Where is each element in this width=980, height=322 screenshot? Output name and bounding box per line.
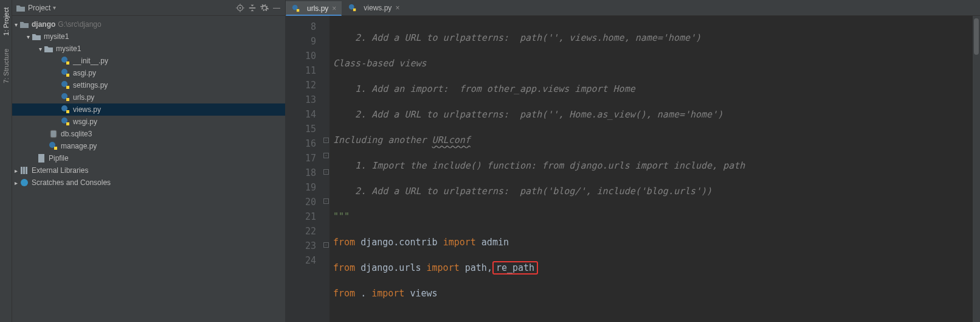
scratches-icon — [19, 178, 29, 187]
code-text: Including another — [333, 135, 432, 145]
vertical-scrollbar[interactable] — [973, 16, 980, 322]
line-number[interactable]: 18 — [286, 166, 316, 180]
python-file-icon — [61, 117, 71, 127]
tool-structure[interactable]: 7: Structure — [2, 49, 10, 83]
line-number[interactable]: 21 — [286, 209, 316, 224]
tree-project-root[interactable]: ▾ django G:\src\django — [12, 18, 285, 30]
tree-file-db[interactable]: db.sqlite3 — [12, 128, 285, 140]
tree-label: settings.py — [73, 81, 108, 89]
tree-label: External Libraries — [32, 166, 88, 175]
folder-icon — [44, 44, 53, 53]
line-number[interactable]: 22 — [286, 224, 316, 239]
tab-urls[interactable]: urls.py × — [286, 1, 342, 16]
line-number[interactable]: 11 — [286, 63, 316, 78]
python-file-icon — [61, 93, 71, 102]
tree-scratches[interactable]: ▸ Scratches and Consoles — [12, 177, 285, 189]
code-text: 1. Add an import: from other_app.views i… — [333, 83, 635, 94]
folder-icon — [19, 20, 29, 29]
scrollbar-thumb[interactable] — [974, 18, 979, 55]
fold-marker[interactable]: - — [323, 169, 329, 175]
code-text: views — [410, 288, 437, 299]
tree-label: manage.py — [61, 142, 97, 150]
close-icon[interactable]: × — [395, 4, 399, 12]
library-icon — [19, 166, 29, 175]
python-file-icon — [61, 56, 71, 66]
tree-label: mysite1 — [56, 44, 81, 53]
tree-file-wsgi[interactable]: wsgi.py — [12, 116, 285, 128]
svg-point-1 — [240, 7, 241, 9]
tree-file-views[interactable]: views.py — [12, 103, 285, 116]
svg-rect-13 — [26, 167, 27, 174]
database-file-icon — [49, 129, 58, 139]
tree-file-asgi[interactable]: asgi.py — [12, 67, 285, 79]
project-header-title[interactable]: Project — [28, 4, 50, 12]
code-text: , — [487, 262, 492, 273]
tree-file-manage[interactable]: manage.py — [12, 140, 285, 152]
code-editor[interactable]: 2. Add a URL to urlpatterns: path('', vi… — [330, 16, 980, 322]
fold-marker[interactable]: - — [323, 138, 329, 143]
code-text: Class-based views — [333, 58, 427, 69]
project-tree[interactable]: ▾ django G:\src\django ▾ mysite1 ▾ mysit… — [12, 16, 285, 322]
fold-marker[interactable]: - — [323, 153, 329, 158]
line-number[interactable]: 23 — [286, 239, 316, 253]
line-number-gutter[interactable]: 89101112131415161718192021222324 — [286, 16, 322, 322]
svg-rect-10 — [38, 154, 44, 163]
collapse-all-icon[interactable] — [246, 2, 258, 14]
tree-folder-mysite1-inner[interactable]: ▾ mysite1 — [12, 43, 285, 55]
project-dropdown-icon[interactable]: ▾ — [53, 4, 56, 11]
locate-icon[interactable] — [234, 2, 246, 14]
tree-external-libraries[interactable]: ▸ External Libraries — [12, 164, 285, 177]
svg-rect-11 — [21, 167, 22, 174]
svg-rect-8 — [50, 130, 57, 138]
folder-icon — [32, 32, 41, 41]
code-text: django.contrib — [361, 237, 437, 248]
code-text: import — [371, 288, 404, 299]
line-number[interactable]: 14 — [286, 107, 316, 122]
code-text: """ — [333, 211, 350, 222]
tree-file-pipfile[interactable]: Pipfile — [12, 152, 285, 164]
line-number[interactable]: 10 — [286, 49, 316, 63]
tree-root-path: G:\src\django — [58, 20, 101, 29]
fold-marker[interactable]: - — [323, 198, 329, 204]
settings-icon[interactable] — [258, 2, 271, 14]
left-tool-strip: 1: Project 7: Structure — [0, 0, 12, 322]
tree-folder-mysite1[interactable]: ▾ mysite1 — [12, 30, 285, 43]
line-number[interactable]: 20 — [286, 195, 316, 209]
tab-label: urls.py — [307, 4, 328, 13]
code-text: re_path — [496, 262, 534, 273]
tree-label: db.sqlite3 — [61, 130, 92, 138]
line-number[interactable]: 13 — [286, 93, 316, 107]
hide-panel-icon[interactable]: — — [271, 2, 283, 14]
project-header: Project ▾ — — [12, 0, 285, 16]
tree-label: asgi.py — [73, 69, 96, 77]
code-text: django.urls — [361, 262, 421, 273]
line-number[interactable]: 9 — [286, 34, 316, 49]
tree-file-settings[interactable]: settings.py — [12, 79, 285, 91]
tree-file-init[interactable]: __init__.py — [12, 55, 285, 67]
project-panel: Project ▾ — ▾ django G:\src\django ▾ — [12, 0, 286, 322]
fold-marker[interactable]: - — [323, 242, 329, 248]
code-text: path — [465, 262, 487, 273]
line-number[interactable]: 12 — [286, 78, 316, 93]
svg-point-14 — [21, 179, 28, 186]
project-folder-icon — [16, 4, 26, 12]
line-number[interactable]: 8 — [286, 19, 316, 34]
code-text: from — [333, 288, 355, 299]
line-number[interactable]: 24 — [286, 253, 316, 268]
tree-label: views.py — [73, 105, 101, 114]
fold-gutter[interactable]: - - - - - — [322, 16, 330, 322]
line-number[interactable]: 15 — [286, 122, 316, 136]
code-text: from — [333, 262, 355, 273]
tree-file-urls[interactable]: urls.py — [12, 91, 285, 103]
tool-project[interactable]: 1: Project — [2, 7, 10, 35]
line-number[interactable]: 19 — [286, 180, 316, 195]
tree-label: Scratches and Consoles — [32, 178, 111, 187]
close-icon[interactable]: × — [332, 4, 336, 13]
code-text: URLconf — [432, 135, 471, 145]
tab-views[interactable]: views.py × — [342, 1, 405, 15]
line-number[interactable]: 16 — [286, 136, 316, 151]
line-number[interactable]: 17 — [286, 151, 316, 166]
code-text: 1. Import the include() function: from d… — [333, 160, 745, 171]
code-text: from — [333, 237, 355, 248]
code-text: 2. Add a URL to urlpatterns: path('', Ho… — [333, 109, 723, 120]
